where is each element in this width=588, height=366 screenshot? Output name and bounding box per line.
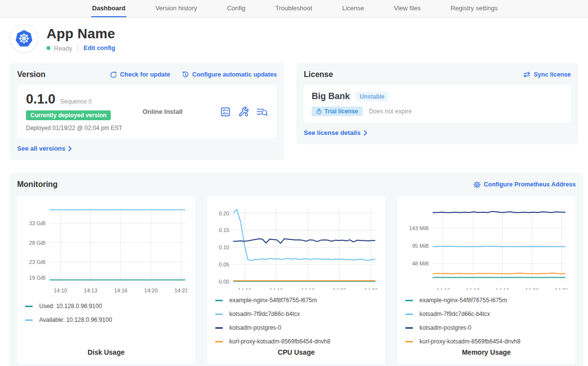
status-text: Ready [54,45,73,52]
svg-text:0.20: 0.20 [219,210,229,216]
svg-text:23 GiB: 23 GiB [29,259,46,265]
version-number: 0.1.0 [26,92,55,107]
svg-text:14:20: 14:20 [144,288,158,293]
gear-icon [473,181,481,188]
chart-card-disk-usage: 19 GiB23 GiB28 GiB33 GiB14:1014:1314:161… [17,196,195,364]
svg-text:48 MiB: 48 MiB [412,261,429,266]
svg-text:14:10: 14:10 [53,288,67,293]
trial-license-badge: Trial license [312,106,363,116]
page-title: App Name [47,26,115,42]
svg-text:0.05: 0.05 [219,261,229,267]
legend-item: Used: 10.128.0.96:9100 [25,299,187,313]
edit-config-link[interactable]: Edit config [84,45,116,52]
chevron-right-icon [364,130,368,136]
charts-row: 19 GiB23 GiB28 GiB33 GiB14:1014:1314:161… [17,196,576,364]
svg-text:14:23: 14:23 [365,288,377,289]
legend-label: kotsadm-7f9dc7d66c-b4tcx [229,311,300,317]
sequence-label: Sequence 0 [60,98,92,105]
see-all-versions-link[interactable]: See all versions [17,145,72,152]
legend-label: kurl-proxy-kotsadm-8569fb6454-dnvh8 [229,338,330,345]
legend-label: Available: 10.128.0.96:9100 [39,316,112,323]
kubernetes-icon [13,28,35,50]
legend-label: kotsadm-7f9dc7d66c-b4tcx [419,311,490,317]
install-type-label: Online Install [143,108,220,115]
svg-text:14:13: 14:13 [84,288,98,293]
tab-dashboard[interactable]: Dashboard [91,0,126,17]
svg-text:14:10: 14:10 [437,288,450,289]
tab-license[interactable]: License [341,0,365,17]
license-customer-name: Big Bank [312,91,350,102]
sync-icon [523,71,531,78]
chart-title: Disk Usage [25,348,187,357]
legend-label: kotsadm-postgres-0 [229,324,281,331]
tab-troubleshoot[interactable]: Troubleshoot [274,0,313,17]
legend-item: example-nginx-54f8f76755-l675m [215,293,377,307]
refresh-icon [110,71,117,78]
channel-badge: Unstable [356,92,389,102]
legend-dash-icon [405,300,413,301]
disk-usage-chart: 19 GiB23 GiB28 GiB33 GiB14:1014:1314:161… [25,203,187,295]
legend-item: Available: 10.128.0.96:9100 [25,313,187,327]
svg-text:14:10: 14:10 [238,288,251,289]
app-logo [10,25,38,53]
configure-prometheus-button[interactable]: Configure Prometheus Address [473,181,576,188]
deploy-logs-icon[interactable] [256,106,268,117]
app-header: App Name Ready Edit config [10,25,578,53]
schedule-icon [182,71,189,78]
svg-text:33 GiB: 33 GiB [29,220,46,226]
tab-view-files[interactable]: View files [393,0,422,17]
tab-registry-settings[interactable]: Registry settings [450,0,499,17]
cpu-usage-chart: 0.000.050.100.150.2014:1014:1314:1614:20… [215,203,377,289]
top-nav: DashboardVersion historyConfigTroublesho… [0,0,588,18]
tab-config[interactable]: Config [226,0,246,17]
legend-item: example-nginx-54f8f76755-l675m [405,293,567,307]
svg-text:14:13: 14:13 [270,288,283,289]
chart-card-memory-usage: 48 MiB95 MiB143 MiB14:1014:1314:1614:201… [397,196,575,364]
svg-text:14:23: 14:23 [174,288,187,293]
current-version-card: 0.1.0 Sequence 0 Currently deployed vers… [17,85,277,138]
disk-usage-legend: Used: 10.128.0.96:9100Available: 10.128.… [25,299,187,327]
legend-dash-icon [215,341,223,342]
legend-label: kotsadm-postgres-0 [419,324,471,331]
monitoring-section: Monitoring Configure Prometheus Address … [10,173,583,366]
cpu-usage-legend: example-nginx-54f8f76755-l675mkotsadm-7f… [215,293,377,348]
license-card: License Sync license Big Bank Unstable [296,63,578,144]
legend-label: Used: 10.128.0.96:9100 [39,303,102,310]
svg-text:95 MiB: 95 MiB [412,243,429,249]
monitoring-title: Monitoring [17,180,58,189]
see-license-details-link[interactable]: See license details [304,129,368,136]
license-summary-card: Big Bank Unstable Trial license Does not… [304,85,571,123]
legend-label: kurl-proxy-kotsadm-8569fb6454-dnvh8 [419,338,520,345]
svg-text:14:13: 14:13 [466,288,480,289]
tab-version-history[interactable]: Version history [154,0,198,17]
version-card: Version Check for update [10,63,284,160]
status-dot-icon [47,46,50,50]
legend-item: kotsadm-7f9dc7d66c-b4tcx [215,307,377,321]
stopwatch-icon [316,108,322,114]
legend-dash-icon [405,327,413,329]
divider [78,45,78,52]
chevron-right-icon [68,146,72,152]
config-wrench-icon[interactable] [238,106,249,117]
svg-text:19 GiB: 19 GiB [29,275,46,281]
svg-text:14:20: 14:20 [525,288,539,289]
svg-text:28 GiB: 28 GiB [29,240,46,246]
svg-text:143 MiB: 143 MiB [409,225,429,231]
legend-dash-icon [215,300,223,301]
legend-dash-icon [405,314,413,315]
svg-text:14:16: 14:16 [496,288,510,289]
chart-title: CPU Usage [215,348,377,357]
memory-usage-chart: 48 MiB95 MiB143 MiB14:1014:1314:1614:201… [405,203,567,289]
chart-card-cpu-usage: 0.000.050.100.150.2014:1014:1314:1614:20… [207,196,385,364]
sync-license-button[interactable]: Sync license [523,71,571,78]
legend-dash-icon [215,327,223,329]
license-card-title: License [304,70,333,79]
configure-automatic-updates-button[interactable]: Configure automatic updates [182,71,277,78]
legend-dash-icon [405,341,413,342]
svg-text:0.10: 0.10 [219,244,229,250]
legend-item: kotsadm-7f9dc7d66c-b4tcx [405,307,567,321]
license-expiry-text: Does not expire [369,108,412,115]
preflight-checks-icon[interactable] [220,106,231,117]
check-for-update-button[interactable]: Check for update [110,71,170,78]
memory-usage-legend: example-nginx-54f8f76755-l675mkotsadm-7f… [405,293,567,348]
